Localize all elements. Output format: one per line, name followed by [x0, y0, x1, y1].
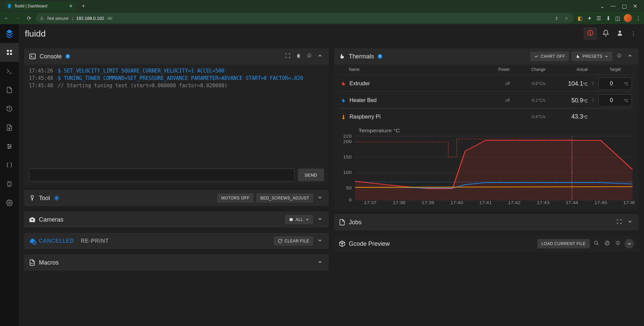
- svg-text:220: 220: [343, 134, 352, 138]
- new-tab-button[interactable]: +: [79, 2, 88, 10]
- sidebar-config[interactable]: [0, 156, 19, 175]
- console-settings-button[interactable]: [305, 52, 313, 61]
- forward-button[interactable]: →: [14, 14, 22, 22]
- menu-button[interactable]: ⋮: [629, 29, 638, 39]
- file-play-icon: [6, 124, 13, 131]
- clear-console-button[interactable]: [294, 52, 303, 61]
- jobs-fullscreen-button[interactable]: [615, 218, 623, 227]
- back-button[interactable]: ←: [3, 14, 11, 22]
- collapse-thermals-button[interactable]: [626, 52, 634, 61]
- gcode-settings-button[interactable]: [614, 239, 622, 248]
- send-button[interactable]: SEND: [298, 169, 324, 181]
- right-column: Thermals ? CHART OFF PRESETS Name: [334, 48, 639, 321]
- cameras-panel: Cameras ALL: [24, 212, 329, 228]
- console-panel: Console ? 17:45:26$ SET_VELOCITY_LIMIT S…: [24, 48, 329, 185]
- chart-off-button[interactable]: CHART OFF: [530, 52, 569, 61]
- snowflake-icon[interactable]: [53, 195, 60, 201]
- svg-text:17:46: 17:46: [623, 200, 635, 205]
- collapse-job-button[interactable]: [316, 236, 324, 246]
- fullscreen-button[interactable]: [284, 52, 292, 61]
- notifications-button[interactable]: [600, 28, 611, 40]
- bed-screws-button[interactable]: BED_SCREWS_ADJUST: [256, 193, 313, 203]
- maximize-icon[interactable]: ▢: [622, 3, 627, 9]
- thermals-settings-button[interactable]: [615, 52, 623, 61]
- gcode-title: Gcode Preview: [349, 240, 390, 247]
- sliders-icon: [6, 143, 13, 150]
- fullscreen-icon: [285, 53, 290, 58]
- chevron-down-icon: [317, 238, 323, 243]
- profile-avatar[interactable]: [624, 14, 632, 22]
- chevron-up-icon: [317, 53, 323, 58]
- sidebar-history[interactable]: [0, 99, 19, 118]
- extensions-icon[interactable]: ✦: [586, 15, 592, 21]
- collapse-tool-button[interactable]: [316, 193, 324, 203]
- svg-text:17:45: 17:45: [594, 200, 607, 205]
- console-input[interactable]: [29, 169, 294, 181]
- close-tab-icon[interactable]: ✕: [69, 4, 72, 8]
- chevron-down-icon: [604, 54, 608, 58]
- browser-tab[interactable]: fluidd | Dashboard ✕: [3, 1, 76, 11]
- load-current-file-button[interactable]: LOAD CURRENT FILE: [537, 239, 590, 248]
- chevron-up-icon: [627, 53, 633, 58]
- app-root: fluidd ⋮ Console ?: [0, 24, 644, 326]
- sidebar-files[interactable]: [0, 81, 19, 99]
- app-logo[interactable]: [0, 24, 19, 43]
- minimize-icon[interactable]: —: [610, 3, 616, 9]
- collapse-console-button[interactable]: [316, 52, 324, 61]
- side-panel-icon[interactable]: ◫: [614, 15, 621, 21]
- console-header: Console ?: [24, 48, 329, 64]
- svg-rect-1: [10, 50, 12, 52]
- chevron-down-icon: [627, 241, 632, 246]
- presets-button[interactable]: PRESETS: [572, 52, 612, 61]
- svg-point-15: [9, 202, 10, 204]
- reprint-button[interactable]: RE-PRINT: [81, 238, 109, 244]
- collapse-macros-button[interactable]: [316, 258, 324, 267]
- thermal-row-bed: Heater Bed off -0.1°C/s 50.9°C / °C: [338, 91, 635, 108]
- thermals-chart[interactable]: Temperature °C 220 200 150 100 50 0: [334, 125, 639, 209]
- alert-button[interactable]: [584, 28, 597, 40]
- user-button[interactable]: [614, 28, 625, 40]
- thermal-row-pi: Raspberry Pi -0.4°C/s 43.3°C: [338, 108, 635, 125]
- svg-text:17:38: 17:38: [393, 200, 406, 205]
- url-input[interactable]: ⚠ Not secure | 192.168.0.102/#/ ⇪ ☆: [36, 13, 574, 23]
- sidebar-dashboard[interactable]: [0, 43, 19, 62]
- share-icon[interactable]: ⇪: [553, 15, 559, 21]
- user-icon: [616, 30, 623, 36]
- dashboard-icon: [6, 49, 13, 56]
- reading-list-icon[interactable]: ☰: [596, 15, 602, 21]
- sidebar-timelapse[interactable]: [0, 118, 19, 137]
- chevron-down-icon: [627, 219, 633, 224]
- sidebar-console[interactable]: [0, 62, 19, 81]
- motors-off-button[interactable]: MOTORS OFF: [217, 193, 254, 203]
- gcode-zoom-button[interactable]: [592, 239, 600, 248]
- close-window-icon[interactable]: ✕: [633, 3, 637, 9]
- chevron-down-icon: [317, 259, 323, 265]
- left-column: Console ? 17:45:26$ SET_VELOCITY_LIMIT S…: [24, 48, 329, 321]
- collapse-gcode-button[interactable]: [625, 239, 634, 248]
- svg-rect-20: [30, 54, 36, 59]
- bookmark-icon[interactable]: ☆: [564, 15, 570, 21]
- chevron-down-icon[interactable]: ⌄: [600, 3, 604, 9]
- nozzle-icon: [29, 195, 36, 201]
- svg-point-10: [10, 146, 11, 147]
- cameras-all-button[interactable]: ALL: [285, 215, 313, 224]
- downloads-icon[interactable]: ⬇: [605, 15, 611, 21]
- console-input-row: SEND: [24, 165, 329, 185]
- svg-text:17:42: 17:42: [508, 200, 521, 205]
- collapse-jobs-button[interactable]: [626, 218, 634, 227]
- sidebar-system[interactable]: [0, 175, 19, 193]
- collapse-cameras-button[interactable]: [316, 215, 324, 224]
- gcode-disable-button[interactable]: [603, 239, 611, 248]
- console-line: 17:45:26$ SET_VELOCITY_LIMIT SQUARE_CORN…: [24, 67, 329, 75]
- help-icon[interactable]: ?: [377, 54, 383, 59]
- not-secure-icon: ⚠: [40, 16, 44, 21]
- clear-file-button[interactable]: CLEAR FILE: [274, 236, 313, 246]
- extension-1-icon[interactable]: ◧: [577, 15, 583, 21]
- reload-button[interactable]: ⟳: [25, 14, 33, 23]
- svg-text:17:44: 17:44: [566, 200, 578, 205]
- sidebar-tune[interactable]: [0, 137, 19, 156]
- sidebar-settings[interactable]: [0, 193, 19, 212]
- console-title: Console: [40, 53, 62, 60]
- browser-menu-icon[interactable]: ⋮: [635, 15, 641, 21]
- help-icon[interactable]: ?: [65, 54, 70, 59]
